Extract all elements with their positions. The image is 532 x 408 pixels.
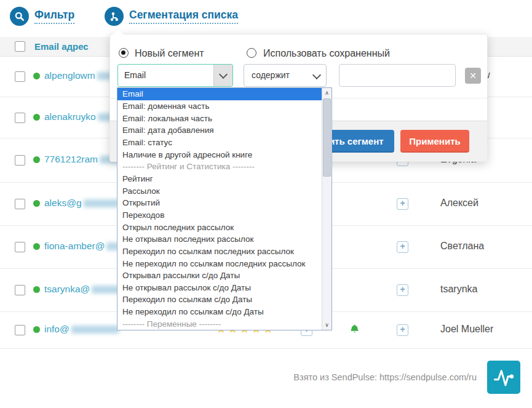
- condition-value-input[interactable]: [339, 64, 456, 87]
- dropdown-option[interactable]: Email: доменная часть: [117, 100, 322, 113]
- dropdown-option[interactable]: Email: локальная часть: [117, 112, 322, 124]
- status-dot-active: [33, 286, 40, 293]
- field-select[interactable]: Email: [117, 64, 233, 87]
- dropdown-options-list: EmailEmail: доменная частьEmail: локальн…: [117, 88, 322, 330]
- email-column-header: Email адрес: [34, 41, 89, 52]
- scrollbar-thumb[interactable]: [323, 98, 331, 177]
- redacted-text: [84, 199, 119, 207]
- email-link[interactable]: info@: [44, 324, 119, 335]
- subscriber-name: Joel Mueller: [440, 324, 493, 335]
- radio-use-saved-label[interactable]: Использовать сохраненный: [263, 48, 390, 59]
- page: Фильтр Сегментация списка Email адрес al…: [0, 0, 532, 408]
- dropdown-option[interactable]: -------- Рейтинг и Статистика --------: [117, 161, 322, 173]
- dropdown-option[interactable]: Рейтинг: [117, 173, 322, 185]
- row-checkbox[interactable]: [15, 199, 25, 209]
- email-link[interactable]: alpenglowm: [44, 70, 113, 81]
- email-link[interactable]: tsarynka@: [44, 284, 125, 295]
- add-variable-icon[interactable]: [397, 324, 408, 336]
- popup-caret: [113, 29, 124, 34]
- radio-use-saved[interactable]: [247, 48, 256, 58]
- redacted-text: [71, 326, 119, 334]
- email-link[interactable]: fiona-amber@: [44, 241, 120, 252]
- dropdown-option[interactable]: Не переходил по ссылкам с/до Даты: [117, 306, 322, 318]
- row-checkbox[interactable]: [15, 242, 25, 252]
- email-link[interactable]: aleks@g: [44, 198, 119, 209]
- add-variable-icon[interactable]: [397, 284, 408, 296]
- search-icon: [10, 7, 29, 26]
- filter-label: Фильтр: [34, 9, 74, 24]
- email-link[interactable]: alenakruyko: [44, 111, 116, 122]
- chevron-down-icon: [213, 65, 232, 86]
- dropdown-option[interactable]: Наличие в другой адресной книге: [117, 148, 322, 161]
- notification-bell-icon: [348, 323, 361, 338]
- status-dot-active: [33, 243, 40, 250]
- status-dot-active: [33, 326, 40, 333]
- dropdown-option[interactable]: Переходил по ссылкам с/до Даты: [117, 294, 322, 306]
- dropdown-option[interactable]: Не переходил по ссылкам последних рассыл…: [117, 257, 322, 270]
- select-all-checkbox[interactable]: [15, 41, 25, 52]
- radio-new-segment-label[interactable]: Новый сегмент: [135, 48, 204, 59]
- dropdown-option[interactable]: Открытий: [117, 197, 322, 209]
- row-checkbox[interactable]: [15, 285, 25, 295]
- status-dot-active: [33, 73, 40, 79]
- dropdown-option[interactable]: Переходил по ссылкам последних рассылок: [117, 246, 322, 258]
- scrollbar[interactable]: [322, 88, 332, 330]
- dropdown-option[interactable]: Не открывал последних рассылок: [117, 233, 322, 246]
- add-variable-icon[interactable]: [397, 198, 408, 210]
- segmentation-label: Сегментация списка: [129, 9, 238, 24]
- status-dot-active: [33, 200, 40, 207]
- status-dot-active: [33, 156, 40, 163]
- dropdown-option[interactable]: Открыл последних рассылок: [117, 221, 322, 233]
- field-select-value: Email: [124, 70, 146, 80]
- email-link[interactable]: 7761212ram: [44, 154, 118, 165]
- segmentation-link[interactable]: Сегментация списка: [105, 7, 238, 26]
- condition-select-value: содержит: [252, 70, 290, 80]
- apply-button[interactable]: Применить: [400, 130, 469, 153]
- dropdown-option[interactable]: Открывал рассылки с/до Даты: [117, 270, 322, 282]
- scroll-down-icon[interactable]: [322, 320, 332, 330]
- subscriber-name: Светлана: [440, 241, 484, 252]
- condition-select[interactable]: содержит: [244, 64, 327, 87]
- name-partial: w: [487, 70, 494, 82]
- segmentation-icon: [105, 7, 124, 26]
- subscriber-name: tsarynka: [440, 284, 477, 295]
- subscriber-name: Алексей: [440, 198, 478, 209]
- remove-condition-button[interactable]: [465, 68, 481, 84]
- row-checkbox[interactable]: [15, 325, 25, 335]
- chevron-down-icon: [312, 71, 321, 79]
- sendpulse-logo: [487, 361, 520, 394]
- row-checkbox[interactable]: [15, 155, 25, 166]
- dropdown-option[interactable]: Не открывал рассылок с/до Даты: [117, 282, 322, 294]
- radio-new-segment[interactable]: [119, 48, 129, 58]
- add-variable-icon[interactable]: [397, 241, 408, 253]
- row-checkbox[interactable]: [15, 71, 25, 82]
- dropdown-option[interactable]: Рассылок: [117, 185, 322, 197]
- dropdown-option[interactable]: Email: статус: [117, 137, 322, 149]
- filter-link[interactable]: Фильтр: [10, 7, 74, 26]
- dropdown-option[interactable]: Email: [117, 88, 322, 100]
- field-select-dropdown: EmailEmail: доменная частьEmail: локальн…: [117, 87, 332, 330]
- dropdown-option[interactable]: Email: дата добавления: [117, 124, 322, 137]
- dropdown-option[interactable]: Переходов: [117, 209, 322, 222]
- row-checkbox[interactable]: [15, 113, 25, 123]
- dropdown-option[interactable]: -------- Переменные --------: [117, 318, 322, 330]
- attribution-text: Взято из SendPulse: https://sendpulse.co…: [0, 372, 477, 382]
- status-dot-active: [33, 114, 40, 121]
- scroll-up-icon[interactable]: [322, 88, 332, 98]
